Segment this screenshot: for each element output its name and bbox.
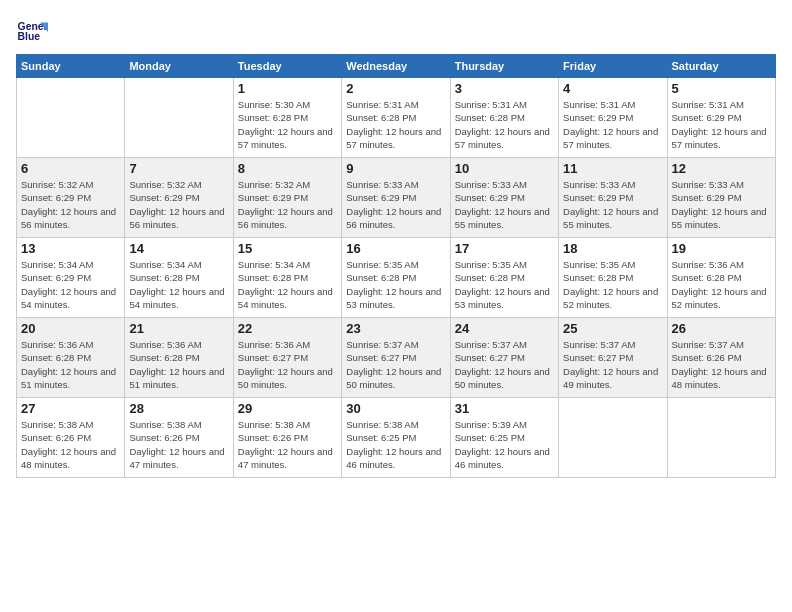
day-number: 16 — [346, 241, 445, 256]
day-number: 2 — [346, 81, 445, 96]
calendar-cell: 18Sunrise: 5:35 AMSunset: 6:28 PMDayligh… — [559, 238, 667, 318]
calendar-cell: 10Sunrise: 5:33 AMSunset: 6:29 PMDayligh… — [450, 158, 558, 238]
day-number: 14 — [129, 241, 228, 256]
day-detail: Sunrise: 5:37 AMSunset: 6:27 PMDaylight:… — [346, 338, 445, 391]
day-detail: Sunrise: 5:39 AMSunset: 6:25 PMDaylight:… — [455, 418, 554, 471]
day-header-saturday: Saturday — [667, 55, 775, 78]
day-header-friday: Friday — [559, 55, 667, 78]
day-number: 4 — [563, 81, 662, 96]
calendar-cell: 6Sunrise: 5:32 AMSunset: 6:29 PMDaylight… — [17, 158, 125, 238]
day-header-monday: Monday — [125, 55, 233, 78]
day-detail: Sunrise: 5:31 AMSunset: 6:29 PMDaylight:… — [563, 98, 662, 151]
svg-text:Blue: Blue — [18, 31, 41, 42]
calendar-cell — [667, 398, 775, 478]
calendar-cell: 11Sunrise: 5:33 AMSunset: 6:29 PMDayligh… — [559, 158, 667, 238]
day-header-tuesday: Tuesday — [233, 55, 341, 78]
day-detail: Sunrise: 5:32 AMSunset: 6:29 PMDaylight:… — [238, 178, 337, 231]
day-number: 31 — [455, 401, 554, 416]
day-number: 20 — [21, 321, 120, 336]
day-number: 17 — [455, 241, 554, 256]
day-number: 11 — [563, 161, 662, 176]
calendar-cell: 21Sunrise: 5:36 AMSunset: 6:28 PMDayligh… — [125, 318, 233, 398]
day-number: 27 — [21, 401, 120, 416]
day-number: 15 — [238, 241, 337, 256]
day-detail: Sunrise: 5:36 AMSunset: 6:28 PMDaylight:… — [672, 258, 771, 311]
day-detail: Sunrise: 5:32 AMSunset: 6:29 PMDaylight:… — [129, 178, 228, 231]
calendar-week-row: 27Sunrise: 5:38 AMSunset: 6:26 PMDayligh… — [17, 398, 776, 478]
day-number: 10 — [455, 161, 554, 176]
day-number: 29 — [238, 401, 337, 416]
calendar-cell: 31Sunrise: 5:39 AMSunset: 6:25 PMDayligh… — [450, 398, 558, 478]
day-detail: Sunrise: 5:34 AMSunset: 6:28 PMDaylight:… — [238, 258, 337, 311]
calendar-body: 1Sunrise: 5:30 AMSunset: 6:28 PMDaylight… — [17, 78, 776, 478]
day-header-wednesday: Wednesday — [342, 55, 450, 78]
day-detail: Sunrise: 5:34 AMSunset: 6:29 PMDaylight:… — [21, 258, 120, 311]
day-detail: Sunrise: 5:35 AMSunset: 6:28 PMDaylight:… — [563, 258, 662, 311]
day-detail: Sunrise: 5:37 AMSunset: 6:27 PMDaylight:… — [455, 338, 554, 391]
day-detail: Sunrise: 5:31 AMSunset: 6:28 PMDaylight:… — [455, 98, 554, 151]
calendar-cell: 16Sunrise: 5:35 AMSunset: 6:28 PMDayligh… — [342, 238, 450, 318]
calendar-cell: 14Sunrise: 5:34 AMSunset: 6:28 PMDayligh… — [125, 238, 233, 318]
day-number: 25 — [563, 321, 662, 336]
day-number: 13 — [21, 241, 120, 256]
day-number: 21 — [129, 321, 228, 336]
day-number: 24 — [455, 321, 554, 336]
calendar-cell: 20Sunrise: 5:36 AMSunset: 6:28 PMDayligh… — [17, 318, 125, 398]
calendar-cell: 8Sunrise: 5:32 AMSunset: 6:29 PMDaylight… — [233, 158, 341, 238]
calendar-cell: 17Sunrise: 5:35 AMSunset: 6:28 PMDayligh… — [450, 238, 558, 318]
logo-icon: General Blue — [16, 16, 48, 48]
day-number: 6 — [21, 161, 120, 176]
day-detail: Sunrise: 5:32 AMSunset: 6:29 PMDaylight:… — [21, 178, 120, 231]
day-detail: Sunrise: 5:38 AMSunset: 6:26 PMDaylight:… — [129, 418, 228, 471]
day-number: 22 — [238, 321, 337, 336]
day-detail: Sunrise: 5:33 AMSunset: 6:29 PMDaylight:… — [563, 178, 662, 231]
calendar-week-row: 13Sunrise: 5:34 AMSunset: 6:29 PMDayligh… — [17, 238, 776, 318]
calendar-cell: 26Sunrise: 5:37 AMSunset: 6:26 PMDayligh… — [667, 318, 775, 398]
day-detail: Sunrise: 5:31 AMSunset: 6:29 PMDaylight:… — [672, 98, 771, 151]
day-detail: Sunrise: 5:35 AMSunset: 6:28 PMDaylight:… — [346, 258, 445, 311]
day-number: 28 — [129, 401, 228, 416]
day-number: 7 — [129, 161, 228, 176]
calendar-cell: 19Sunrise: 5:36 AMSunset: 6:28 PMDayligh… — [667, 238, 775, 318]
day-number: 5 — [672, 81, 771, 96]
calendar-cell: 7Sunrise: 5:32 AMSunset: 6:29 PMDaylight… — [125, 158, 233, 238]
calendar-cell: 29Sunrise: 5:38 AMSunset: 6:26 PMDayligh… — [233, 398, 341, 478]
day-detail: Sunrise: 5:38 AMSunset: 6:26 PMDaylight:… — [238, 418, 337, 471]
day-detail: Sunrise: 5:36 AMSunset: 6:28 PMDaylight:… — [21, 338, 120, 391]
day-number: 19 — [672, 241, 771, 256]
day-header-sunday: Sunday — [17, 55, 125, 78]
logo: General Blue — [16, 16, 48, 48]
calendar-cell: 15Sunrise: 5:34 AMSunset: 6:28 PMDayligh… — [233, 238, 341, 318]
day-detail: Sunrise: 5:38 AMSunset: 6:26 PMDaylight:… — [21, 418, 120, 471]
day-detail: Sunrise: 5:33 AMSunset: 6:29 PMDaylight:… — [672, 178, 771, 231]
day-number: 23 — [346, 321, 445, 336]
day-detail: Sunrise: 5:37 AMSunset: 6:27 PMDaylight:… — [563, 338, 662, 391]
calendar-cell — [17, 78, 125, 158]
day-number: 18 — [563, 241, 662, 256]
calendar-cell: 13Sunrise: 5:34 AMSunset: 6:29 PMDayligh… — [17, 238, 125, 318]
day-number: 3 — [455, 81, 554, 96]
calendar-week-row: 6Sunrise: 5:32 AMSunset: 6:29 PMDaylight… — [17, 158, 776, 238]
calendar-cell: 24Sunrise: 5:37 AMSunset: 6:27 PMDayligh… — [450, 318, 558, 398]
calendar-cell: 5Sunrise: 5:31 AMSunset: 6:29 PMDaylight… — [667, 78, 775, 158]
day-header-thursday: Thursday — [450, 55, 558, 78]
day-detail: Sunrise: 5:36 AMSunset: 6:28 PMDaylight:… — [129, 338, 228, 391]
day-detail: Sunrise: 5:38 AMSunset: 6:25 PMDaylight:… — [346, 418, 445, 471]
day-detail: Sunrise: 5:33 AMSunset: 6:29 PMDaylight:… — [455, 178, 554, 231]
calendar-cell: 9Sunrise: 5:33 AMSunset: 6:29 PMDaylight… — [342, 158, 450, 238]
day-number: 1 — [238, 81, 337, 96]
calendar-week-row: 1Sunrise: 5:30 AMSunset: 6:28 PMDaylight… — [17, 78, 776, 158]
calendar-header-row: SundayMondayTuesdayWednesdayThursdayFrid… — [17, 55, 776, 78]
calendar-cell: 12Sunrise: 5:33 AMSunset: 6:29 PMDayligh… — [667, 158, 775, 238]
calendar-cell: 23Sunrise: 5:37 AMSunset: 6:27 PMDayligh… — [342, 318, 450, 398]
calendar-cell: 22Sunrise: 5:36 AMSunset: 6:27 PMDayligh… — [233, 318, 341, 398]
day-detail: Sunrise: 5:36 AMSunset: 6:27 PMDaylight:… — [238, 338, 337, 391]
calendar-cell: 4Sunrise: 5:31 AMSunset: 6:29 PMDaylight… — [559, 78, 667, 158]
calendar-cell: 3Sunrise: 5:31 AMSunset: 6:28 PMDaylight… — [450, 78, 558, 158]
day-number: 8 — [238, 161, 337, 176]
day-number: 30 — [346, 401, 445, 416]
day-detail: Sunrise: 5:30 AMSunset: 6:28 PMDaylight:… — [238, 98, 337, 151]
calendar-week-row: 20Sunrise: 5:36 AMSunset: 6:28 PMDayligh… — [17, 318, 776, 398]
day-detail: Sunrise: 5:35 AMSunset: 6:28 PMDaylight:… — [455, 258, 554, 311]
day-detail: Sunrise: 5:34 AMSunset: 6:28 PMDaylight:… — [129, 258, 228, 311]
